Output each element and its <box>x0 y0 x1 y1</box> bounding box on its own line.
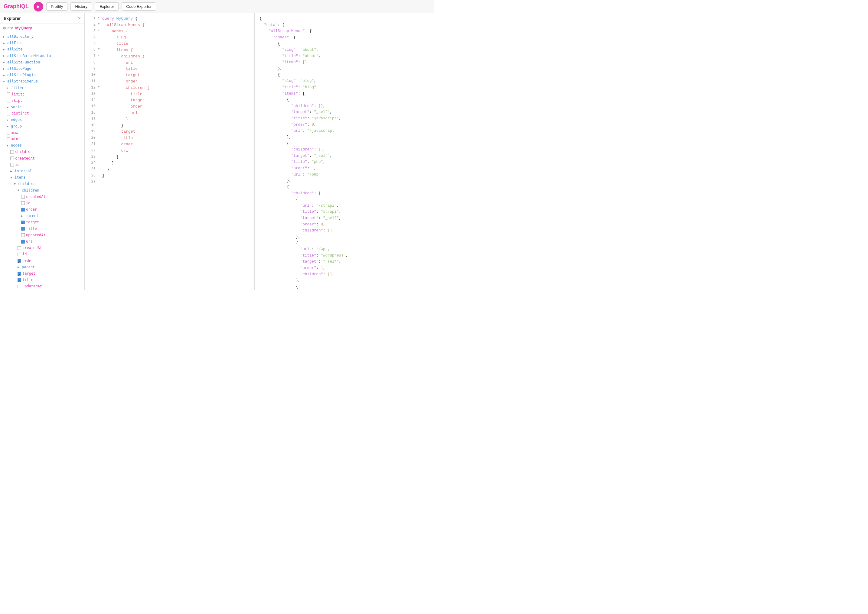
tree-checkbox[interactable] <box>7 138 10 141</box>
tree-item[interactable]: ▼nodes <box>0 142 84 149</box>
result-line: "items": [ <box>260 91 429 97</box>
tree-item[interactable]: ▶filter: <box>0 85 84 91</box>
tree-checkbox[interactable] <box>7 93 10 96</box>
result-line: { <box>260 72 429 78</box>
editor-panel: 1▼query MyQuery {2▼ allStrapiMenus {3▼ n… <box>85 13 255 290</box>
main-layout: Explorer × query MyQuery ▶allDirectory▶a… <box>0 13 434 290</box>
tree-checkbox[interactable] <box>7 99 10 102</box>
tree-item[interactable]: children <box>0 149 84 155</box>
tree-checkbox[interactable] <box>21 233 25 237</box>
result-line: "slug": "blog", <box>260 78 429 84</box>
line-content: target <box>102 129 135 135</box>
tree-item[interactable]: ▶allSiteFunction <box>0 59 84 65</box>
tree-item[interactable]: distinct <box>0 110 84 116</box>
tree-item[interactable]: ▶allSitePlugin <box>0 72 84 78</box>
tree-item[interactable]: ✓title <box>0 277 84 283</box>
toolbar: GraphiQL ▶ Prettify History Explorer Cod… <box>0 0 434 13</box>
tree-item[interactable]: skip: <box>0 98 84 104</box>
query-name-tab[interactable]: MyQuery <box>15 26 32 30</box>
tree-item[interactable]: ✓target <box>0 270 84 277</box>
line-number: 19 <box>87 129 96 135</box>
tree-item[interactable]: limit: <box>0 91 84 98</box>
tree-item-label: updatedAt <box>22 284 42 289</box>
line-collapse-arrow[interactable]: ▼ <box>98 22 102 26</box>
close-explorer-button[interactable]: × <box>78 16 81 21</box>
tree-item[interactable]: createdAt <box>0 194 84 200</box>
line-collapse-arrow[interactable]: ▼ <box>98 53 102 58</box>
tree-item[interactable]: ▶edges <box>0 116 84 123</box>
tree-item[interactable]: ▶internal <box>0 168 84 174</box>
tree-item[interactable]: ✓order <box>0 206 84 213</box>
tree-checkbox[interactable]: ✓ <box>17 272 21 276</box>
line-number: 18 <box>87 122 96 129</box>
code-line: 23 } <box>85 154 254 160</box>
tree-item[interactable]: ▶allDirectory <box>0 34 84 40</box>
code-line: 19 target <box>85 129 254 135</box>
tree-item[interactable]: id <box>0 162 84 168</box>
tree-item[interactable]: ✓title <box>0 226 84 232</box>
tree-item[interactable]: createdAt <box>0 245 84 251</box>
tree-item-label: children <box>18 181 36 187</box>
tree-item[interactable]: ▶allSitePage <box>0 65 84 72</box>
tree-item[interactable]: ✓url <box>0 290 84 290</box>
tree-item[interactable]: ✓target <box>0 219 84 225</box>
run-button[interactable]: ▶ <box>34 2 43 11</box>
tree-item[interactable]: id <box>0 200 84 206</box>
tree-item[interactable]: ▼items <box>0 174 84 181</box>
tree-item[interactable]: ▶sort: <box>0 104 84 110</box>
line-collapse-arrow[interactable]: ▼ <box>98 28 102 33</box>
tree-checkbox[interactable]: ✓ <box>21 227 25 231</box>
tree-checkbox[interactable] <box>21 201 25 205</box>
tree-checkbox[interactable] <box>17 285 21 288</box>
explorer-button[interactable]: Explorer <box>95 2 118 11</box>
tree-checkbox[interactable] <box>10 150 14 154</box>
result-line: "nodes": [ <box>260 34 429 41</box>
tree-item-label: allSitePlugin <box>7 72 36 78</box>
tree-item[interactable]: ▶parent <box>0 213 84 219</box>
tree-checkbox[interactable] <box>17 246 21 250</box>
prettify-button[interactable]: Prettify <box>46 2 67 11</box>
tree-item-label: order <box>22 258 33 264</box>
tree-item[interactable]: min <box>0 136 84 142</box>
tree-item[interactable]: max <box>0 130 84 136</box>
tree-checkbox[interactable]: ✓ <box>17 259 21 263</box>
tree-item[interactable]: createdAt <box>0 155 84 162</box>
history-button[interactable]: History <box>70 2 92 11</box>
code-line: 7▼ children { <box>85 53 254 60</box>
tree-checkbox[interactable] <box>10 157 14 160</box>
tree-checkbox[interactable] <box>7 131 10 135</box>
tree-checkbox[interactable] <box>7 112 10 115</box>
line-collapse-arrow[interactable]: ▼ <box>98 47 102 51</box>
tree-checkbox[interactable] <box>10 163 14 166</box>
editor-area[interactable]: 1▼query MyQuery {2▼ allStrapiMenus {3▼ n… <box>85 13 254 290</box>
tree-item[interactable]: ▶allSiteBuildMetadata <box>0 53 84 59</box>
tree-item-label: filter: <box>11 85 26 91</box>
tree-checkbox[interactable]: ✓ <box>17 278 21 282</box>
code-line: 5 title <box>85 41 254 47</box>
tree-checkbox[interactable]: ✓ <box>21 220 25 224</box>
tree-checkbox[interactable]: ✓ <box>21 240 25 243</box>
tree-item[interactable]: updatedAt <box>0 283 84 290</box>
tree-item-label: createdAt <box>22 245 42 251</box>
tree-item[interactable]: ✓url <box>0 239 84 245</box>
line-collapse-arrow[interactable]: ▼ <box>98 85 102 89</box>
tree-item[interactable]: ▼children <box>0 181 84 187</box>
tree-item[interactable]: ▼allStrapiMenus <box>0 78 84 85</box>
line-number: 8 <box>87 60 96 65</box>
tree-checkbox[interactable]: ✓ <box>21 208 25 211</box>
tree-item[interactable]: id <box>0 251 84 257</box>
tree-item[interactable]: ▶group <box>0 123 84 130</box>
line-content: target <box>102 72 140 79</box>
tree-item[interactable]: ▼children <box>0 188 84 194</box>
code-exporter-button[interactable]: Code Exporter <box>121 2 156 11</box>
tree-item[interactable]: ▶allFile <box>0 40 84 46</box>
tree-checkbox[interactable] <box>21 195 25 198</box>
tree-item[interactable]: ▶parent <box>0 264 84 270</box>
tree-item[interactable]: ▶allSite <box>0 46 84 53</box>
tree-item[interactable]: ✓order <box>0 258 84 264</box>
tree-checkbox[interactable] <box>17 253 21 256</box>
result-line: { <box>260 97 429 103</box>
line-content: query MyQuery { <box>102 16 138 22</box>
tree-item[interactable]: updatedAt <box>0 232 84 239</box>
line-collapse-arrow[interactable]: ▼ <box>98 16 102 20</box>
